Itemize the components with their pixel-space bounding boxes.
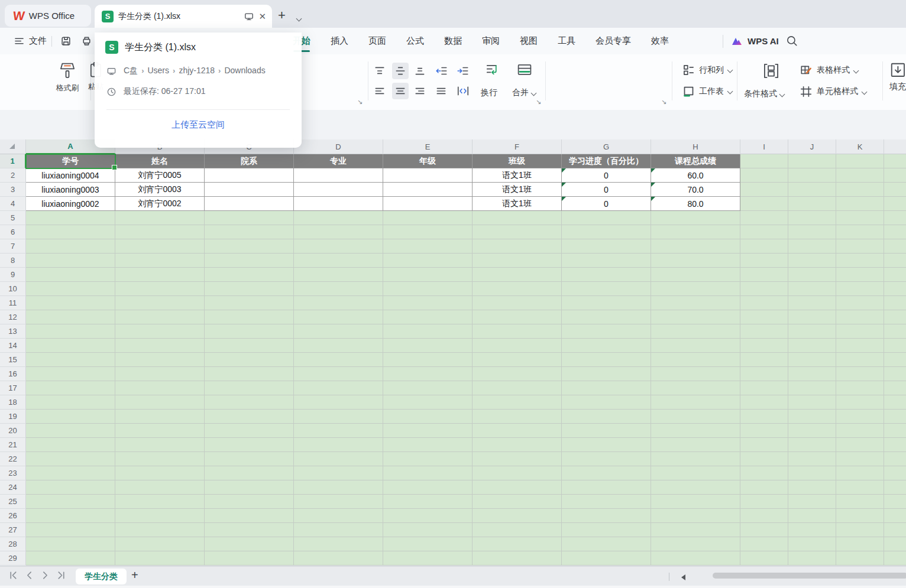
cell[interactable] — [383, 268, 473, 282]
cell[interactable] — [26, 551, 115, 566]
cell[interactable] — [836, 197, 884, 211]
column-header[interactable]: H — [651, 139, 740, 154]
cell[interactable] — [651, 211, 740, 225]
cell[interactable] — [473, 239, 562, 254]
cell[interactable] — [26, 452, 115, 466]
cell[interactable] — [383, 495, 473, 509]
cell[interactable] — [884, 254, 906, 268]
cell[interactable] — [651, 537, 740, 551]
cell[interactable] — [205, 551, 294, 566]
cell[interactable] — [562, 339, 651, 353]
row-header[interactable]: 12 — [0, 310, 26, 324]
cell[interactable] — [473, 495, 562, 509]
row-header[interactable]: 19 — [0, 410, 26, 424]
cell[interactable] — [562, 268, 651, 282]
cell[interactable] — [115, 324, 205, 339]
cell[interactable] — [205, 168, 294, 183]
cell[interactable] — [740, 282, 788, 296]
cell[interactable] — [473, 367, 562, 381]
cell[interactable] — [884, 509, 906, 523]
cell[interactable] — [788, 480, 836, 495]
cell[interactable] — [651, 438, 740, 452]
cell[interactable] — [836, 168, 884, 183]
cell[interactable] — [788, 466, 836, 480]
cell[interactable] — [383, 339, 473, 353]
cell[interactable] — [473, 339, 562, 353]
cell[interactable] — [884, 551, 906, 566]
menu-tab-效率[interactable]: 效率 — [641, 28, 679, 54]
cell[interactable] — [740, 225, 788, 239]
cell[interactable] — [836, 339, 884, 353]
cell[interactable] — [294, 211, 383, 225]
menu-tab-插入[interactable]: 插入 — [321, 28, 358, 54]
menu-tab-数据[interactable]: 数据 — [434, 28, 472, 54]
cell[interactable] — [788, 211, 836, 225]
add-sheet-button[interactable]: + — [131, 568, 138, 582]
cell[interactable] — [836, 495, 884, 509]
menu-tab-视图[interactable]: 视图 — [510, 28, 548, 54]
cell[interactable] — [383, 438, 473, 452]
cell[interactable] — [562, 452, 651, 466]
cell[interactable] — [788, 353, 836, 367]
cell[interactable] — [294, 509, 383, 523]
row-header[interactable]: 21 — [0, 438, 26, 452]
cell[interactable] — [115, 410, 205, 424]
cell[interactable] — [651, 452, 740, 466]
cell[interactable] — [115, 353, 205, 367]
cell[interactable] — [651, 367, 740, 381]
fill-button[interactable]: 填充 — [889, 61, 906, 92]
row-header[interactable]: 7 — [0, 239, 26, 254]
worksheet-button[interactable]: 工作表 — [682, 85, 732, 98]
align-middle-button[interactable] — [392, 63, 409, 79]
align-right-button[interactable] — [414, 85, 426, 99]
cell[interactable] — [473, 537, 562, 551]
cell[interactable] — [383, 296, 473, 310]
cell[interactable] — [26, 395, 115, 410]
cell[interactable] — [788, 324, 836, 339]
cell[interactable] — [562, 324, 651, 339]
justify-button[interactable] — [435, 85, 447, 99]
row-header[interactable]: 9 — [0, 268, 26, 282]
cell[interactable] — [205, 339, 294, 353]
cell[interactable] — [383, 239, 473, 254]
cell[interactable] — [884, 395, 906, 410]
cell[interactable] — [884, 296, 906, 310]
cell[interactable] — [884, 268, 906, 282]
cell[interactable] — [294, 268, 383, 282]
cell[interactable] — [740, 197, 788, 211]
cell[interactable] — [115, 296, 205, 310]
cell[interactable] — [383, 197, 473, 211]
cell[interactable] — [562, 537, 651, 551]
format-painter-button[interactable]: 格式刷 — [54, 61, 80, 93]
cell[interactable] — [294, 225, 383, 239]
cell[interactable] — [884, 367, 906, 381]
cell[interactable] — [651, 466, 740, 480]
cell[interactable] — [205, 239, 294, 254]
cell[interactable] — [836, 381, 884, 395]
menu-tab-会员专享[interactable]: 会员专享 — [585, 28, 641, 54]
cell[interactable] — [651, 495, 740, 509]
decrease-indent-icon[interactable] — [435, 65, 448, 79]
cell[interactable] — [884, 495, 906, 509]
cell[interactable] — [884, 239, 906, 254]
cell[interactable] — [788, 410, 836, 424]
cell[interactable] — [26, 438, 115, 452]
cell[interactable] — [836, 353, 884, 367]
cell[interactable] — [651, 254, 740, 268]
cell[interactable] — [651, 523, 740, 537]
cell[interactable] — [26, 410, 115, 424]
cell[interactable] — [562, 424, 651, 438]
cell[interactable] — [562, 410, 651, 424]
cell[interactable] — [884, 339, 906, 353]
cell[interactable] — [836, 410, 884, 424]
cell[interactable] — [383, 480, 473, 495]
table-style-button[interactable]: 表格样式 — [800, 64, 858, 77]
conditional-format-button[interactable]: 条件格式 — [744, 89, 784, 99]
cell[interactable]: 0 — [562, 183, 651, 197]
row-header[interactable]: 16 — [0, 367, 26, 381]
cell[interactable] — [562, 495, 651, 509]
cell[interactable] — [26, 381, 115, 395]
cell[interactable] — [115, 551, 205, 566]
cell[interactable] — [383, 367, 473, 381]
row-header[interactable]: 10 — [0, 282, 26, 296]
